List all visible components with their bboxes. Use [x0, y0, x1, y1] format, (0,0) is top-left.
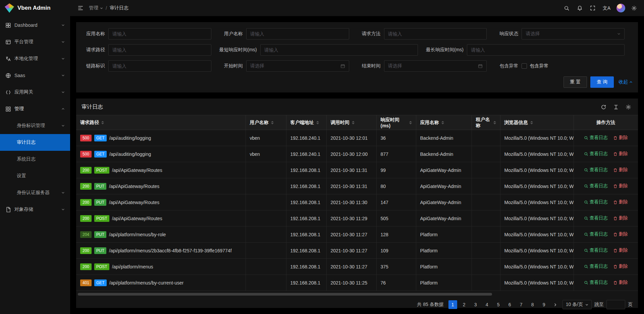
page-button-2[interactable]: 2 [460, 300, 469, 309]
column-header-response-ms[interactable]: 响应时间(ms) [381, 117, 412, 128]
bell-icon[interactable] [574, 2, 586, 14]
status-badge: 401 [80, 279, 92, 286]
view-log-button[interactable]: 查看日志 [584, 247, 608, 253]
cell-time: 2021-10-30 11:29 [326, 210, 376, 227]
sidebar-item-localization[interactable]: 本地化管理 [0, 50, 70, 67]
view-log-button[interactable]: 查看日志 [584, 215, 608, 221]
app-logo[interactable]: Vben Admin [0, 0, 70, 16]
view-log-button[interactable]: 查看日志 [584, 167, 608, 173]
sidebar-item-system-log[interactable]: 系统日志 [0, 151, 70, 168]
sidebar-item-object-storage[interactable]: 对象存储 [0, 201, 70, 218]
magnifier-icon [584, 168, 588, 172]
request-path-input[interactable] [112, 47, 207, 53]
refresh-icon[interactable] [601, 104, 606, 110]
cell-browser: Mozilla/5.0 (Windows NT 10.0; Win [500, 275, 574, 291]
response-status-select[interactable]: 请选择 [522, 28, 625, 40]
column-header-user-name[interactable]: 用户名称 [250, 120, 282, 126]
user-name-input[interactable] [250, 31, 345, 37]
cell-user [246, 227, 286, 243]
sidebar-item-saas[interactable]: Saas [0, 67, 70, 84]
chevron-down-icon [585, 303, 588, 306]
trace-id-input[interactable] [112, 63, 207, 69]
avatar[interactable] [616, 4, 625, 12]
calendar-icon [478, 64, 483, 68]
sidebar-item-manage[interactable]: 管理 [0, 101, 70, 117]
app-name-input[interactable] [112, 31, 207, 37]
query-button[interactable]: 查 询 [590, 76, 614, 88]
delete-button[interactable]: 删除 [613, 247, 628, 253]
exception-checkbox[interactable] [522, 63, 527, 69]
view-log-button[interactable]: 查看日志 [584, 279, 608, 286]
column-header-tenant-name[interactable]: 租户名称 [476, 117, 496, 129]
min-response-input[interactable] [264, 47, 414, 53]
sidebar: Vben Admin Dashboard 平台管理 本地化管理 Saas 应用网… [0, 0, 70, 314]
page-button-1[interactable]: 1 [448, 300, 457, 309]
delete-button[interactable]: 删除 [613, 199, 628, 205]
sidebar-item-identity-management[interactable]: 身份标识管理 [0, 117, 70, 134]
next-page-button[interactable] [551, 300, 560, 309]
sidebar-item-gateway[interactable]: 应用网关 [0, 84, 70, 101]
page-button-7[interactable]: 7 [517, 300, 526, 309]
column-header-request-path[interactable]: 请求路径 [80, 120, 241, 126]
collapse-button[interactable]: 收起 [619, 79, 633, 85]
page-button-5[interactable]: 5 [494, 300, 503, 309]
request-method-input[interactable] [388, 31, 483, 37]
table-row: 500GET/api/auditing/logging vben 192.168… [76, 146, 638, 162]
page-button-6[interactable]: 6 [505, 300, 514, 309]
delete-button[interactable]: 删除 [613, 167, 628, 173]
breadcrumb-parent[interactable]: 管理 [89, 5, 103, 11]
scrollbar-thumb[interactable] [78, 293, 492, 296]
column-header-call-time[interactable]: 调用时间 [331, 120, 372, 126]
view-log-button[interactable]: 查看日志 [584, 151, 608, 157]
start-time-picker[interactable]: 请选择 [246, 60, 349, 72]
table-row: 200POST/api/ApiGateway/Routes 192.168.20… [76, 210, 638, 227]
fullscreen-icon[interactable] [587, 2, 598, 14]
view-log-button[interactable]: 查看日志 [584, 135, 608, 141]
sidebar-item-identity-server[interactable]: 身份认证服务器 [0, 184, 70, 201]
sidebar-item-dashboard[interactable]: Dashboard [0, 17, 70, 34]
view-log-button[interactable]: 查看日志 [584, 183, 608, 189]
column-header-client-address[interactable]: 客户端地址 [290, 120, 322, 126]
max-response-input[interactable] [471, 47, 621, 53]
sidebar-item-audit-log[interactable]: 审计日志 [0, 134, 70, 151]
view-log-button[interactable]: 查看日志 [584, 199, 608, 205]
page-button-8[interactable]: 8 [528, 300, 537, 309]
status-badge: 200 [80, 183, 92, 190]
delete-button[interactable]: 删除 [613, 231, 628, 237]
column-header-browser-info[interactable]: 浏览器信息 [504, 120, 570, 126]
column-header-app-name[interactable]: 应用名称 [420, 120, 468, 126]
page-size-select[interactable]: 10 条/页 [562, 300, 592, 309]
gear-icon[interactable] [628, 2, 640, 14]
chevron-down-icon [61, 191, 65, 194]
end-time-picker[interactable]: 请选择 [384, 60, 487, 72]
delete-button[interactable]: 删除 [613, 279, 628, 286]
sidebar-item-platform[interactable]: 平台管理 [0, 34, 70, 50]
column-settings-icon[interactable] [626, 104, 631, 110]
sidebar-menu: Dashboard 平台管理 本地化管理 Saas 应用网关 管理 [0, 16, 70, 314]
search-icon[interactable] [561, 2, 573, 14]
delete-button[interactable]: 删除 [613, 135, 628, 141]
reset-button[interactable]: 重 置 [564, 76, 587, 88]
translate-icon[interactable]: 文A [600, 3, 613, 13]
page-button-9[interactable]: 9 [540, 300, 548, 309]
row-height-icon[interactable] [613, 104, 619, 110]
view-log-button[interactable]: 查看日志 [584, 231, 608, 237]
delete-button[interactable]: 删除 [613, 151, 628, 157]
page-button-4[interactable]: 4 [483, 300, 491, 309]
breadcrumb-parent-label: 管理 [89, 5, 98, 11]
pagination-total: 共 85 条数据 [417, 302, 443, 308]
delete-button[interactable]: 删除 [613, 215, 628, 221]
menu-fold-icon[interactable] [75, 2, 86, 14]
delete-button[interactable]: 删除 [613, 183, 628, 189]
sidebar-item-settings[interactable]: 设置 [0, 168, 70, 184]
trash-icon [613, 216, 618, 221]
chevron-down-icon [61, 57, 65, 60]
magnifier-icon [584, 216, 588, 221]
cell-time: 2021-10-30 11:30 [326, 194, 376, 210]
jump-page-input[interactable] [606, 300, 625, 309]
delete-button[interactable]: 删除 [613, 263, 628, 269]
view-log-button[interactable]: 查看日志 [584, 263, 608, 269]
column-header-actions: 操作方法 [574, 115, 638, 130]
cell-app: Platform [416, 275, 472, 291]
page-button-3[interactable]: 3 [471, 300, 480, 309]
